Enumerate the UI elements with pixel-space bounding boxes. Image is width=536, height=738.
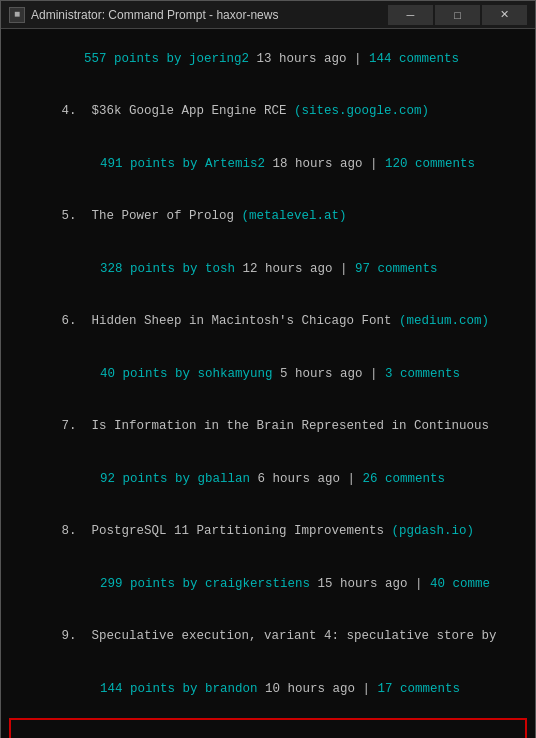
maximize-button[interactable]: □ (435, 5, 480, 25)
window1-title: Administrator: Command Prompt - haxor-ne… (31, 8, 382, 22)
list-item: 10. Microsoft's commitment to GDPR, priv… (11, 720, 525, 739)
titlebar-buttons: ─ □ ✕ (388, 5, 527, 25)
close-button[interactable]: ✕ (482, 5, 527, 25)
list-item: 5. The Power of Prolog (metalevel.at) (9, 191, 527, 244)
item3-points: 557 points by joering2 13 hours ago | 14… (9, 33, 527, 86)
window1: ■ Administrator: Command Prompt - haxor-… (0, 0, 536, 738)
highlighted-item: 10. Microsoft's commitment to GDPR, priv… (9, 718, 527, 739)
list-item: 299 points by craigkerstiens 15 hours ag… (9, 558, 527, 611)
list-item: 9. Speculative execution, variant 4: spe… (9, 611, 527, 664)
titlebar1: ■ Administrator: Command Prompt - haxor-… (1, 1, 535, 29)
list-item: 40 points by sohkamyung 5 hours ago | 3 … (9, 348, 527, 401)
list-item: 144 points by brandon 10 hours ago | 17 … (9, 663, 527, 716)
list-item: 6. Hidden Sheep in Macintosh's Chicago F… (9, 296, 527, 349)
console1: 557 points by joering2 13 hours ago | 14… (1, 29, 535, 738)
list-item: 7. Is Information in the Brain Represent… (9, 401, 527, 454)
list-item: 491 points by Artemis2 18 hours ago | 12… (9, 138, 527, 191)
minimize-button[interactable]: ─ (388, 5, 433, 25)
window-icon: ■ (9, 7, 25, 23)
list-item: 328 points by tosh 12 hours ago | 97 com… (9, 243, 527, 296)
list-item: 8. PostgreSQL 11 Partitioning Improvemen… (9, 506, 527, 559)
list-item: 92 points by gballan 6 hours ago | 26 co… (9, 453, 527, 506)
list-item: 4. $36k Google App Engine RCE (sites.goo… (9, 86, 527, 139)
